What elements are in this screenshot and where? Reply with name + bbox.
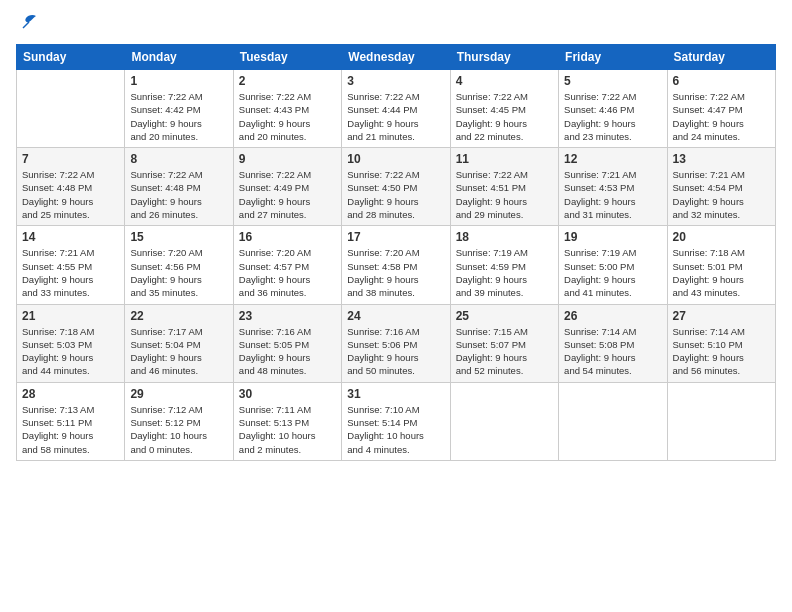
day-number: 24	[347, 309, 444, 323]
day-number: 5	[564, 74, 661, 88]
day-info: Sunrise: 7:16 AMSunset: 5:06 PMDaylight:…	[347, 325, 444, 378]
day-number: 9	[239, 152, 336, 166]
calendar-cell: 28Sunrise: 7:13 AMSunset: 5:11 PMDayligh…	[17, 382, 125, 460]
day-number: 1	[130, 74, 227, 88]
day-number: 4	[456, 74, 553, 88]
calendar-week-row: 1Sunrise: 7:22 AMSunset: 4:42 PMDaylight…	[17, 70, 776, 148]
day-header-tuesday: Tuesday	[233, 45, 341, 70]
calendar-cell: 15Sunrise: 7:20 AMSunset: 4:56 PMDayligh…	[125, 226, 233, 304]
calendar-cell	[667, 382, 775, 460]
day-info: Sunrise: 7:22 AMSunset: 4:48 PMDaylight:…	[130, 168, 227, 221]
day-info: Sunrise: 7:22 AMSunset: 4:49 PMDaylight:…	[239, 168, 336, 221]
day-info: Sunrise: 7:20 AMSunset: 4:57 PMDaylight:…	[239, 246, 336, 299]
day-info: Sunrise: 7:20 AMSunset: 4:58 PMDaylight:…	[347, 246, 444, 299]
calendar-cell: 24Sunrise: 7:16 AMSunset: 5:06 PMDayligh…	[342, 304, 450, 382]
calendar-cell: 29Sunrise: 7:12 AMSunset: 5:12 PMDayligh…	[125, 382, 233, 460]
day-info: Sunrise: 7:19 AMSunset: 4:59 PMDaylight:…	[456, 246, 553, 299]
calendar-cell: 17Sunrise: 7:20 AMSunset: 4:58 PMDayligh…	[342, 226, 450, 304]
day-number: 29	[130, 387, 227, 401]
day-info: Sunrise: 7:22 AMSunset: 4:48 PMDaylight:…	[22, 168, 119, 221]
logo	[16, 16, 40, 32]
calendar-cell: 20Sunrise: 7:18 AMSunset: 5:01 PMDayligh…	[667, 226, 775, 304]
day-header-saturday: Saturday	[667, 45, 775, 70]
calendar-cell: 1Sunrise: 7:22 AMSunset: 4:42 PMDaylight…	[125, 70, 233, 148]
day-info: Sunrise: 7:22 AMSunset: 4:45 PMDaylight:…	[456, 90, 553, 143]
calendar-cell: 2Sunrise: 7:22 AMSunset: 4:43 PMDaylight…	[233, 70, 341, 148]
calendar-header-row: SundayMondayTuesdayWednesdayThursdayFrid…	[17, 45, 776, 70]
day-info: Sunrise: 7:22 AMSunset: 4:43 PMDaylight:…	[239, 90, 336, 143]
calendar-cell: 9Sunrise: 7:22 AMSunset: 4:49 PMDaylight…	[233, 148, 341, 226]
calendar-cell: 22Sunrise: 7:17 AMSunset: 5:04 PMDayligh…	[125, 304, 233, 382]
calendar-cell: 26Sunrise: 7:14 AMSunset: 5:08 PMDayligh…	[559, 304, 667, 382]
day-info: Sunrise: 7:14 AMSunset: 5:08 PMDaylight:…	[564, 325, 661, 378]
calendar-cell: 21Sunrise: 7:18 AMSunset: 5:03 PMDayligh…	[17, 304, 125, 382]
day-header-friday: Friday	[559, 45, 667, 70]
day-number: 19	[564, 230, 661, 244]
day-number: 28	[22, 387, 119, 401]
day-number: 10	[347, 152, 444, 166]
day-info: Sunrise: 7:12 AMSunset: 5:12 PMDaylight:…	[130, 403, 227, 456]
calendar-cell: 25Sunrise: 7:15 AMSunset: 5:07 PMDayligh…	[450, 304, 558, 382]
calendar-cell	[559, 382, 667, 460]
calendar-cell	[17, 70, 125, 148]
calendar-cell: 31Sunrise: 7:10 AMSunset: 5:14 PMDayligh…	[342, 382, 450, 460]
calendar-cell: 8Sunrise: 7:22 AMSunset: 4:48 PMDaylight…	[125, 148, 233, 226]
day-info: Sunrise: 7:22 AMSunset: 4:51 PMDaylight:…	[456, 168, 553, 221]
day-number: 18	[456, 230, 553, 244]
day-number: 30	[239, 387, 336, 401]
day-number: 26	[564, 309, 661, 323]
calendar-cell	[450, 382, 558, 460]
day-info: Sunrise: 7:17 AMSunset: 5:04 PMDaylight:…	[130, 325, 227, 378]
calendar-cell: 16Sunrise: 7:20 AMSunset: 4:57 PMDayligh…	[233, 226, 341, 304]
header	[16, 16, 776, 32]
calendar-cell: 10Sunrise: 7:22 AMSunset: 4:50 PMDayligh…	[342, 148, 450, 226]
day-number: 7	[22, 152, 119, 166]
day-info: Sunrise: 7:22 AMSunset: 4:46 PMDaylight:…	[564, 90, 661, 143]
calendar-cell: 30Sunrise: 7:11 AMSunset: 5:13 PMDayligh…	[233, 382, 341, 460]
day-number: 27	[673, 309, 770, 323]
calendar-table: SundayMondayTuesdayWednesdayThursdayFrid…	[16, 44, 776, 461]
calendar-cell: 14Sunrise: 7:21 AMSunset: 4:55 PMDayligh…	[17, 226, 125, 304]
day-number: 11	[456, 152, 553, 166]
day-number: 21	[22, 309, 119, 323]
calendar-cell: 11Sunrise: 7:22 AMSunset: 4:51 PMDayligh…	[450, 148, 558, 226]
day-number: 17	[347, 230, 444, 244]
day-number: 25	[456, 309, 553, 323]
day-number: 8	[130, 152, 227, 166]
calendar-cell: 13Sunrise: 7:21 AMSunset: 4:54 PMDayligh…	[667, 148, 775, 226]
calendar-week-row: 7Sunrise: 7:22 AMSunset: 4:48 PMDaylight…	[17, 148, 776, 226]
day-number: 31	[347, 387, 444, 401]
calendar-cell: 5Sunrise: 7:22 AMSunset: 4:46 PMDaylight…	[559, 70, 667, 148]
calendar-week-row: 21Sunrise: 7:18 AMSunset: 5:03 PMDayligh…	[17, 304, 776, 382]
day-info: Sunrise: 7:15 AMSunset: 5:07 PMDaylight:…	[456, 325, 553, 378]
day-info: Sunrise: 7:20 AMSunset: 4:56 PMDaylight:…	[130, 246, 227, 299]
day-number: 22	[130, 309, 227, 323]
day-number: 16	[239, 230, 336, 244]
day-number: 23	[239, 309, 336, 323]
day-info: Sunrise: 7:21 AMSunset: 4:55 PMDaylight:…	[22, 246, 119, 299]
day-number: 12	[564, 152, 661, 166]
day-info: Sunrise: 7:22 AMSunset: 4:50 PMDaylight:…	[347, 168, 444, 221]
day-number: 14	[22, 230, 119, 244]
calendar-cell: 6Sunrise: 7:22 AMSunset: 4:47 PMDaylight…	[667, 70, 775, 148]
day-number: 2	[239, 74, 336, 88]
day-info: Sunrise: 7:22 AMSunset: 4:44 PMDaylight:…	[347, 90, 444, 143]
day-info: Sunrise: 7:11 AMSunset: 5:13 PMDaylight:…	[239, 403, 336, 456]
day-info: Sunrise: 7:13 AMSunset: 5:11 PMDaylight:…	[22, 403, 119, 456]
calendar-cell: 3Sunrise: 7:22 AMSunset: 4:44 PMDaylight…	[342, 70, 450, 148]
day-info: Sunrise: 7:21 AMSunset: 4:54 PMDaylight:…	[673, 168, 770, 221]
day-info: Sunrise: 7:18 AMSunset: 5:03 PMDaylight:…	[22, 325, 119, 378]
calendar-cell: 7Sunrise: 7:22 AMSunset: 4:48 PMDaylight…	[17, 148, 125, 226]
calendar-cell: 23Sunrise: 7:16 AMSunset: 5:05 PMDayligh…	[233, 304, 341, 382]
day-info: Sunrise: 7:10 AMSunset: 5:14 PMDaylight:…	[347, 403, 444, 456]
day-number: 6	[673, 74, 770, 88]
page-container: SundayMondayTuesdayWednesdayThursdayFrid…	[0, 0, 792, 471]
day-number: 3	[347, 74, 444, 88]
day-info: Sunrise: 7:14 AMSunset: 5:10 PMDaylight:…	[673, 325, 770, 378]
day-info: Sunrise: 7:22 AMSunset: 4:42 PMDaylight:…	[130, 90, 227, 143]
day-header-sunday: Sunday	[17, 45, 125, 70]
day-header-thursday: Thursday	[450, 45, 558, 70]
day-header-monday: Monday	[125, 45, 233, 70]
day-info: Sunrise: 7:21 AMSunset: 4:53 PMDaylight:…	[564, 168, 661, 221]
calendar-cell: 19Sunrise: 7:19 AMSunset: 5:00 PMDayligh…	[559, 226, 667, 304]
